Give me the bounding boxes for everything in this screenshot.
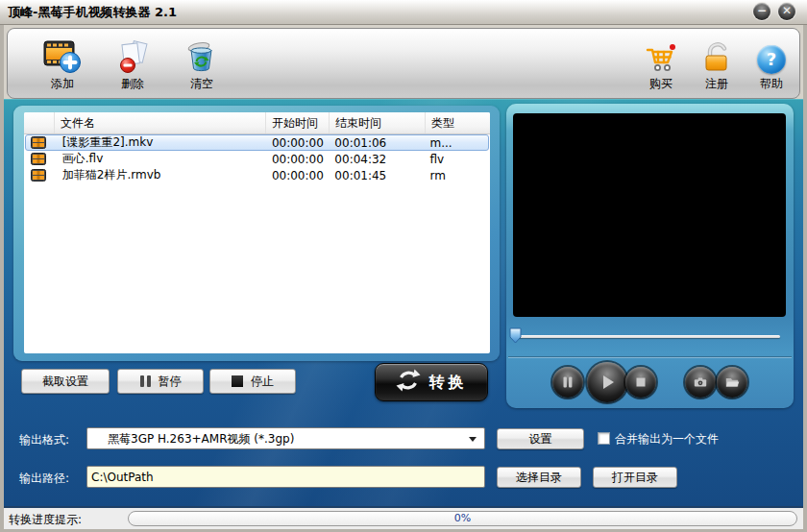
stop-icon: [634, 375, 648, 389]
column-header-start[interactable]: 开始时间: [266, 112, 330, 133]
output-format-select[interactable]: 黑莓3GP H.263+AMR视频 (*.3gp): [86, 427, 485, 449]
video-screen: [513, 113, 786, 317]
merge-checkbox[interactable]: [598, 432, 610, 445]
stop-icon: [232, 375, 243, 387]
capture-settings-button[interactable]: 截取设置: [21, 369, 110, 394]
file-start-time: 00:00:00: [266, 169, 329, 182]
table-row[interactable]: 加菲猫2样片.rmvb 00:00:00 00:01:45 rm: [25, 167, 489, 183]
window-title: 顶峰-黑莓手机视频转换器 2.1: [8, 0, 177, 25]
close-button[interactable]: ✕: [778, 3, 795, 20]
status-bar: 转换进度提示: 0%: [4, 506, 803, 529]
list-header: 文件名 开始时间 结束时间 类型: [24, 112, 490, 134]
film-add-icon: [33, 36, 92, 74]
help-orb: ?: [757, 45, 786, 74]
player-play-button[interactable]: [587, 362, 627, 402]
progress-bar: 0%: [128, 511, 797, 526]
file-end-time: 00:01:06: [329, 136, 424, 150]
player-pause-button[interactable]: [552, 367, 583, 398]
settings-button[interactable]: 设置: [497, 428, 584, 449]
film-row-icon: [26, 136, 57, 149]
app-window: 顶峰-黑莓手机视频转换器 2.1 − ✕: [0, 0, 807, 532]
cart-icon: [631, 36, 691, 74]
open-directory-label: 打开目录: [612, 470, 658, 486]
file-list: 文件名 开始时间 结束时间 类型 [谍影重重2].mkv 00:00:00 00…: [24, 112, 490, 353]
snapshot-button[interactable]: [685, 367, 716, 398]
output-path-input[interactable]: [86, 466, 485, 488]
convert-arrows-icon: [396, 368, 421, 397]
merge-checkbox-label: 合并输出为一个文件: [615, 431, 719, 447]
file-list-panel: 文件名 开始时间 结束时间 类型 [谍影重重2].mkv 00:00:00 00…: [13, 106, 500, 361]
stop-convert-button[interactable]: 停止: [209, 369, 296, 394]
file-name: [谍影重重2].mkv: [57, 134, 266, 151]
lock-icon: [687, 36, 746, 74]
convert-label: 转换: [429, 373, 468, 393]
delete-button[interactable]: 删除: [103, 36, 162, 93]
player-stop-button[interactable]: [625, 367, 656, 398]
play-icon: [598, 373, 617, 392]
seek-slider-track[interactable]: [514, 335, 780, 338]
file-start-time: 00:00:00: [266, 136, 329, 150]
film-row-icon: [26, 169, 57, 181]
choose-directory-label: 选择目录: [516, 470, 562, 486]
close-icon: ✕: [778, 3, 795, 19]
output-path-label: 输出路径:: [19, 471, 69, 487]
window-frame-right: [803, 25, 807, 532]
minimize-icon: −: [753, 3, 770, 19]
register-label: 注册: [687, 76, 746, 92]
settings-label: 设置: [529, 431, 552, 447]
stop-label: 停止: [251, 374, 274, 390]
file-end-time: 00:01:45: [329, 169, 424, 182]
add-label: 添加: [33, 76, 92, 92]
file-name: 画心.flv: [57, 151, 266, 167]
toolbar: 添加 删除: [7, 28, 800, 99]
column-header-filename[interactable]: 文件名: [55, 112, 266, 133]
file-end-time: 00:04:32: [329, 153, 424, 166]
trash-recycle-icon: [172, 36, 232, 74]
minimize-button[interactable]: −: [753, 3, 770, 20]
table-row[interactable]: [谍影重重2].mkv 00:00:00 00:01:06 m...: [25, 134, 489, 151]
question-icon: ?: [742, 36, 801, 74]
controls-divider: [508, 356, 792, 358]
help-button[interactable]: ? 帮助: [742, 36, 801, 93]
buy-label: 购买: [631, 76, 691, 92]
clear-button[interactable]: 清空: [172, 36, 232, 93]
seek-slider-thumb[interactable]: [509, 327, 522, 347]
file-name: 加菲猫2样片.rmvb: [57, 167, 266, 183]
file-start-time: 00:00:00: [266, 153, 329, 166]
pause-icon: [140, 375, 151, 387]
choose-directory-button[interactable]: 选择目录: [497, 467, 581, 488]
open-directory-button[interactable]: 打开目录: [593, 467, 677, 488]
snapshot-icon: [692, 374, 709, 391]
open-folder-button[interactable]: [717, 367, 747, 398]
column-header-type[interactable]: 类型: [426, 112, 490, 133]
delete-label: 删除: [103, 76, 162, 92]
register-button[interactable]: 注册: [687, 36, 746, 93]
column-header-end[interactable]: 结束时间: [330, 112, 426, 133]
output-format-label: 输出格式:: [19, 432, 69, 448]
file-type: m...: [425, 136, 488, 150]
preview-panel: [506, 104, 794, 408]
output-format-value: 黑莓3GP H.263+AMR视频 (*.3gp): [108, 431, 294, 447]
chevron-down-icon: [469, 437, 477, 442]
clear-label: 清空: [172, 76, 232, 92]
pause-label: 暂停: [159, 374, 182, 390]
pause-convert-button[interactable]: 暂停: [117, 369, 204, 394]
progress-hint-label: 转换进度提示:: [9, 512, 82, 528]
capture-settings-label: 截取设置: [42, 374, 88, 390]
page-remove-icon: [103, 36, 162, 74]
buy-button[interactable]: 购买: [631, 36, 691, 93]
column-header-icon[interactable]: [24, 112, 55, 133]
progress-percent: 0%: [129, 512, 796, 525]
table-row[interactable]: 画心.flv 00:00:00 00:04:32 flv: [25, 151, 489, 167]
file-type: flv: [425, 153, 488, 166]
open-folder-icon: [723, 374, 741, 391]
pause-icon: [561, 375, 575, 389]
help-label: 帮助: [742, 76, 801, 92]
add-button[interactable]: 添加: [33, 36, 92, 93]
convert-button[interactable]: 转换: [375, 363, 488, 401]
file-type: rm: [425, 169, 488, 182]
titlebar: 顶峰-黑莓手机视频转换器 2.1 − ✕: [0, 0, 807, 25]
film-row-icon: [26, 153, 57, 165]
